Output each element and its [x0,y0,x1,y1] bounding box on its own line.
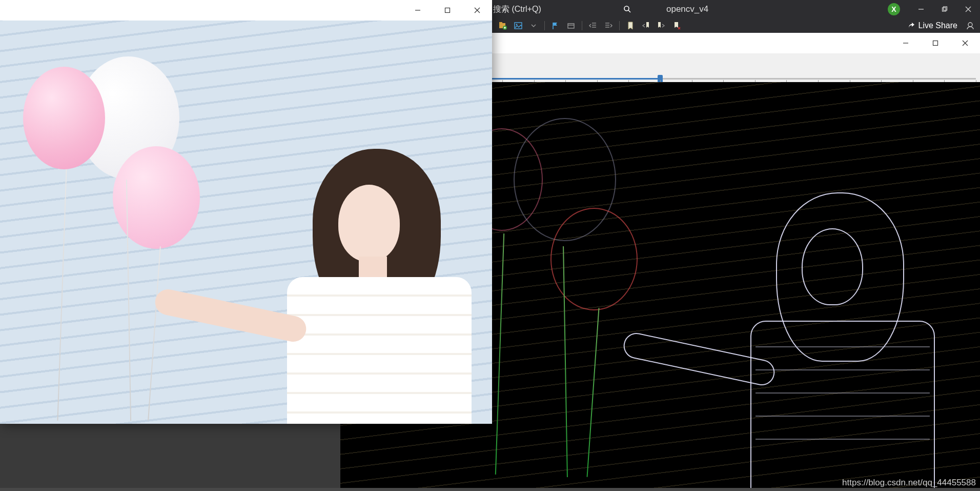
vs-minimize-button[interactable] [909,0,933,18]
opencv-source-window [0,0,492,424]
vs-title-row: 搜索 (Ctrl+Q) opencv_v4 X [492,0,980,18]
vs-quick-search-hint: 搜索 (Ctrl+Q) [493,4,541,15]
image-view-icon[interactable] [512,20,525,31]
outdent-icon[interactable] [586,20,600,31]
search-icon [623,5,631,13]
svg-line-1 [628,10,630,12]
indent-icon[interactable] [602,20,615,31]
person-outline [730,192,950,490]
bookmark-icon[interactable] [624,20,637,31]
balloon-string-3 [586,308,599,477]
vs-quick-search[interactable]: 搜索 (Ctrl+Q) [493,2,637,16]
toolbar-separator [544,21,545,30]
bookmark-clear-icon[interactable] [670,20,683,31]
vs-user-badge[interactable]: X [888,3,900,15]
person [267,149,487,424]
balloon-string-1 [495,233,504,475]
svg-rect-8 [499,22,502,24]
svg-rect-30 [445,8,450,13]
svg-rect-14 [568,24,574,28]
bookmark-next-icon[interactable] [655,20,668,31]
vs-close-button[interactable] [956,0,980,18]
win1-close-button[interactable] [462,0,492,21]
flag-icon[interactable] [549,20,562,31]
svg-rect-3 [943,8,946,11]
toolbar-separator-2 [582,21,582,30]
svg-rect-4 [944,7,947,10]
vs-bottom-panel [0,424,340,488]
bookmark-prev-icon[interactable] [639,20,652,31]
balloon-pink-2 [113,146,200,249]
balloon-string [57,169,67,421]
feedback-icon[interactable] [964,20,977,31]
balloon-string [148,246,161,420]
new-project-icon[interactable] [496,20,509,31]
watermark: https://blog.csdn.net/qq_44455588 [842,478,976,488]
vs-maximize-button[interactable] [933,0,956,18]
toolbar-separator-3 [619,21,620,30]
vs-statusbar [0,488,980,491]
dropdown-chevron-icon[interactable] [527,20,540,31]
win1-minimize-button[interactable] [403,0,433,21]
vs-toolbar: Live Share [492,18,980,33]
win2-maximize-button[interactable] [921,33,950,53]
live-share-label: Live Share [918,21,958,30]
vs-solution-name[interactable]: opencv_v4 [658,0,717,18]
source-image [0,21,492,424]
svg-point-24 [968,23,972,27]
win1-titlebar[interactable] [0,0,492,21]
balloon-pink-1 [23,67,105,169]
win2-minimize-button[interactable] [891,33,921,53]
svg-point-13 [516,24,518,26]
svg-point-0 [624,6,629,11]
win2-close-button[interactable] [950,33,980,53]
share-icon [907,22,915,30]
win1-maximize-button[interactable] [433,0,462,21]
svg-rect-26 [933,41,938,46]
live-share-button[interactable]: Live Share [907,21,958,30]
box-icon[interactable] [564,20,578,31]
